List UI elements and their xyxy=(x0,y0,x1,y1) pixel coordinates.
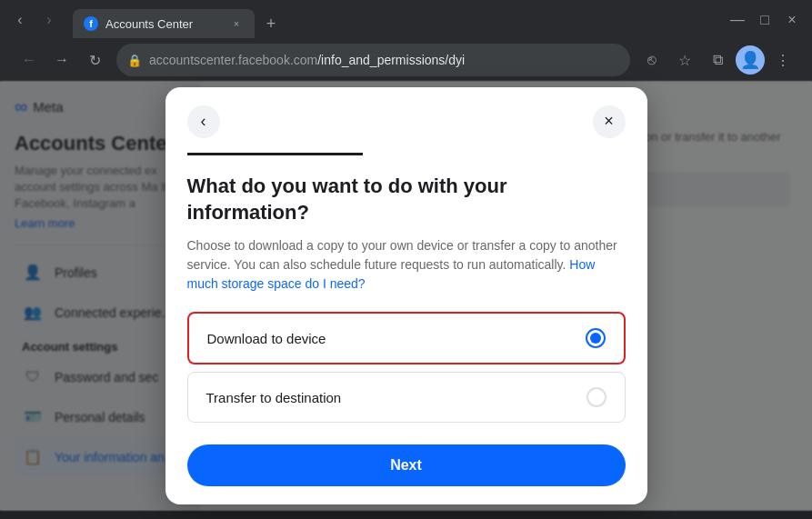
transfer-radio-button[interactable] xyxy=(586,387,606,407)
menu-button[interactable]: ⋮ xyxy=(768,45,797,75)
tab-close-button[interactable]: × xyxy=(229,16,244,31)
browser-chrome: ‹ › f Accounts Center × + — □ × ← → ↻ 🔒 … xyxy=(0,0,812,82)
url-prefix: accountscenter.facebook.com xyxy=(149,53,317,67)
back-button[interactable]: ← xyxy=(15,45,44,75)
modal-header: ‹ × xyxy=(165,87,647,138)
tab-left-controls: ‹ › xyxy=(7,7,62,38)
modal-dialog: ‹ × What do you want to do with your inf… xyxy=(165,87,647,504)
reload-button[interactable]: ↻ xyxy=(80,45,109,75)
cast-button[interactable]: ⎋ xyxy=(637,45,667,75)
download-option-label: Download to device xyxy=(207,331,326,346)
modal-close-button[interactable]: × xyxy=(593,105,626,138)
modal-back-button[interactable]: ‹ xyxy=(187,105,220,138)
url-path: /info_and_permissions/dyi xyxy=(317,53,465,67)
close-window-button[interactable]: × xyxy=(779,7,805,33)
transfer-option-label: Transfer to destination xyxy=(206,390,342,405)
split-view-button[interactable]: ⧉ xyxy=(703,45,732,75)
tab-favicon: f xyxy=(84,16,98,31)
modal-body: What do you want to do with your informa… xyxy=(165,155,647,504)
profile-avatar[interactable]: 👤 xyxy=(736,45,765,75)
forward-button[interactable]: → xyxy=(47,45,76,75)
download-to-device-option[interactable]: Download to device xyxy=(187,312,626,364)
active-tab[interactable]: f Accounts Center × xyxy=(73,9,255,38)
new-tab-button[interactable]: + xyxy=(258,11,284,36)
page-content: ∞ Meta Accounts Center Manage your conne… xyxy=(0,82,812,510)
next-button[interactable]: Next xyxy=(187,444,626,486)
lock-icon: 🔒 xyxy=(127,54,142,67)
modal-overlay: ‹ × What do you want to do with your inf… xyxy=(0,82,812,510)
address-bar: ← → ↻ 🔒 accountscenter.facebook.com/info… xyxy=(0,38,812,82)
tab-back-arrow[interactable]: ‹ xyxy=(7,7,33,33)
tab-bar: ‹ › f Accounts Center × + — □ × xyxy=(0,0,812,38)
bookmark-button[interactable]: ☆ xyxy=(670,45,699,75)
tab-forward-arrow[interactable]: › xyxy=(36,7,62,33)
nav-controls: ← → ↻ xyxy=(15,45,109,75)
transfer-to-destination-option[interactable]: Transfer to destination xyxy=(187,372,626,423)
modal-title: What do you want to do with your informa… xyxy=(187,174,626,225)
url-text: accountscenter.facebook.com/info_and_per… xyxy=(149,53,619,67)
modal-description: Choose to download a copy to your own de… xyxy=(187,236,626,294)
minimize-button[interactable]: — xyxy=(725,7,750,33)
url-bar[interactable]: 🔒 accountscenter.facebook.com/info_and_p… xyxy=(116,44,630,76)
download-radio-button[interactable] xyxy=(586,328,606,348)
tab-title: Accounts Center xyxy=(105,17,222,31)
maximize-button[interactable]: □ xyxy=(752,7,777,33)
toolbar-icons: ⎋ ☆ ⧉ 👤 ⋮ xyxy=(637,45,797,75)
